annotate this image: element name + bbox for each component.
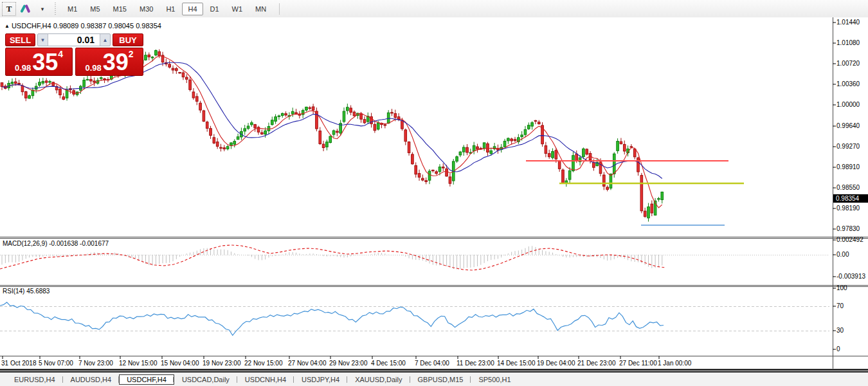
timeframe-button-h1[interactable]: H1 [160,3,181,15]
axis-label: 1.01080 [836,39,860,46]
time-axis-label: 29 Nov 23:00 [329,360,368,367]
buy-price-pip: 2 [129,50,134,59]
time-axis-label: 15 Nov 04:00 [161,360,199,367]
axis-label: 1.01440 [836,19,860,26]
axis-label: 0.97830 [836,225,860,232]
time-axis-label: 31 Oct 2018 [1,360,36,367]
chart-window[interactable]: ▲USDCHF,H4 0.98089 0.98387 0.98045 0.983… [0,17,868,371]
timeframe-button-m30[interactable]: M30 [134,3,159,15]
macd-indicator-label: MACD(12,26,9) -0.001638 -0.001677 [3,240,109,247]
collapse-triangle-icon[interactable]: ▲ [5,23,10,29]
mt4-window: { "toolbar": { "text_tool_label": "T", "… [0,0,868,386]
time-axis-label: 11 Dec 23:00 [457,360,494,367]
sell-button[interactable]: SELL [5,33,35,46]
current-price-tag: 0.98354 [833,194,868,203]
chart-title: ▲USDCHF,H4 0.98089 0.98387 0.98045 0.983… [5,22,161,30]
volume-input[interactable] [48,34,100,46]
buy-button[interactable]: BUY [113,33,143,46]
sell-price-main: 35 [32,53,58,72]
volume-decrease-button[interactable]: ▼ [38,34,48,46]
axis-label: 1.00360 [836,80,860,87]
time-axis-label: 14 Dec 15:00 [497,360,536,367]
time-axis-label: 27 Dec 11:00 [619,360,657,367]
sell-price-button[interactable]: 0.98 35 4 [5,48,73,76]
axis-label: 0.99640 [836,122,860,129]
time-axis-label: 27 Nov 04:00 [288,360,327,367]
tab-xauusd-daily[interactable]: XAUUSD,Daily [347,374,410,385]
axis-label: 0.99270 [836,143,860,150]
tab-eurusd-h4[interactable]: EURUSD,H4 [6,374,63,385]
toolbar-separator [279,3,280,15]
tab-sp500-h1[interactable]: SP500,H1 [471,374,518,385]
axis-label: 0 [836,345,840,353]
tab-audusd-h4[interactable]: AUDUSD,H4 [63,374,120,385]
timeframe-button-m15[interactable]: M15 [107,3,132,15]
tab-gbpusd-m15[interactable]: GBPUSD,M15 [410,374,471,385]
axis-label: 30 [836,327,844,334]
one-click-trade-panel: SELL ▼ ▲ BUY 0.98 35 4 0.98 39 2 [5,33,143,76]
chart-tab-bar: EURUSD,H4AUDUSD,H4USDCHF,H4USDCAD,DailyU… [0,371,868,386]
toolbar: T ▾ M1M5M15M30H1H4D1W1MN [0,0,868,18]
axis-label: 0.002492 [836,236,863,243]
axis-label: -0.003913 [836,273,865,280]
timeframe-button-h4[interactable]: H4 [182,3,203,15]
axis-label: 70 [836,302,844,309]
tab-usdcnh-h4[interactable]: USDCNH,H4 [237,374,294,385]
volume-stepper: ▼ ▲ [37,33,111,46]
time-axis-label: 21 Dec 23:00 [577,360,616,367]
time-axis-label: 1 Jan 00:00 [658,360,691,367]
axis-label: 0.98550 [836,184,860,191]
chart-title-text: USDCHF,H4 0.98089 0.98387 0.98045 0.9835… [12,22,161,30]
timeframe-button-mn[interactable]: MN [249,3,272,15]
text-tool-button[interactable]: T [2,2,16,16]
tab-usdcad-daily[interactable]: USDCAD,Daily [174,374,237,385]
sell-price-pip: 4 [58,50,63,59]
rsi-indicator-label: RSI(14) 45.6883 [3,288,50,295]
time-axis-label: 22 Nov 15:00 [244,360,283,367]
timeframe-button-d1[interactable]: D1 [204,3,225,15]
timeframe-button-w1[interactable]: W1 [226,3,249,15]
volume-increase-button[interactable]: ▲ [100,34,110,46]
time-axis-label: 7 Nov 23:00 [78,360,113,367]
axis-label: 0.98190 [836,205,860,212]
time-axis-label: 4 Dec 15:00 [371,360,406,367]
crayon-icon [25,4,31,13]
toolbar-grip-handle[interactable] [54,3,57,15]
tab-usdjpy-h4[interactable]: USDJPY,H4 [294,374,347,385]
time-axis-label: 19 Nov 23:00 [203,360,241,367]
timeframe-button-m1[interactable]: M1 [62,3,83,15]
buy-price-button[interactable]: 0.98 39 2 [75,48,143,76]
colors-tool-button[interactable] [18,3,35,15]
axis-label: 0.98910 [836,163,860,170]
time-axis-label: 7 Dec 04:00 [415,360,449,367]
sell-price-frac: 0.98 [15,64,31,72]
axis-label: 100 [836,284,847,291]
axis-label: 1.00720 [836,60,860,67]
buy-price-main: 39 [103,53,129,72]
time-axis-label: 19 Dec 04:00 [537,360,575,367]
time-axis-label: 5 Nov 07:00 [39,360,73,367]
time-axis-label: 12 Nov 15:00 [119,360,158,367]
tab-usdchf-h4[interactable]: USDCHF,H4 [119,374,174,385]
chevron-down-icon[interactable]: ▾ [36,3,49,15]
timeframe-button-m5[interactable]: M5 [84,3,105,15]
timeframe-toolbar: M1M5M15M30H1H4D1W1MN [61,3,273,15]
axis-label: 0.00 [836,251,849,258]
axis-label: 1.00000 [836,101,860,108]
buy-price-frac: 0.98 [85,64,101,72]
